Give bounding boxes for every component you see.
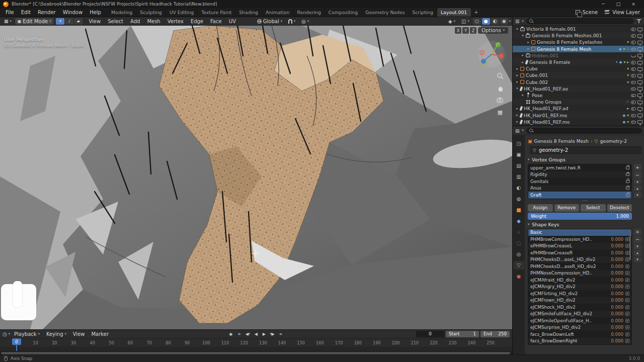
visibility-eye-icon[interactable] xyxy=(630,26,636,32)
workspace-tab-sculpting[interactable]: Sculpting xyxy=(136,8,166,17)
shape-key-row[interactable]: PHMNoseCompression_HD..0.000✓ xyxy=(528,270,631,277)
outliner-row[interactable]: ▸HK_Head01_REF.ad▸ xyxy=(513,105,644,112)
shape-key-checkbox[interactable]: ✓ xyxy=(625,339,629,343)
play-reverse-button[interactable]: ◀ xyxy=(252,331,260,337)
outliner-row[interactable]: ▸Genesis 8 Female•◆▾▸ xyxy=(513,59,644,65)
disclosure-closed-icon[interactable]: ▸ xyxy=(515,113,520,117)
visibility-eye-icon[interactable] xyxy=(630,59,636,65)
viewport-menu-vertex[interactable]: Vertex xyxy=(164,18,187,25)
timeline-scrollbar-thumb[interactable] xyxy=(1,352,510,354)
properties-tab-modifiers[interactable]: ◆ xyxy=(514,217,524,225)
outliner-row[interactable]: ▸Cube.002▾ xyxy=(513,79,644,85)
timeline-track[interactable] xyxy=(0,347,512,351)
shape-key-value[interactable]: 0.000 xyxy=(605,338,623,343)
disclosure-closed-icon[interactable]: ▸ xyxy=(520,93,525,97)
outliner-row[interactable]: ▸Genesis 8 Female Mesh◆▾∷ xyxy=(513,46,644,52)
shape-key-row[interactable]: facs_BrowDownRight0.000✓ xyxy=(528,338,631,345)
remove-shape-key-button[interactable]: − xyxy=(634,236,641,243)
shape-key-row[interactable]: PHMBrowCompression_HD..0.000✓ xyxy=(528,236,631,243)
shape-key-checkbox[interactable]: ✓ xyxy=(625,237,629,241)
shape-key-value[interactable]: 0.000 xyxy=(605,250,623,255)
play-button[interactable]: ▶ xyxy=(260,331,268,337)
shape-key-row[interactable]: eJCMShock_HD_div20.000✓ xyxy=(528,304,631,311)
shape-key-checkbox[interactable]: ✓ xyxy=(625,285,629,289)
keying-popover[interactable]: Keying ▾ xyxy=(44,331,69,337)
properties-search-input[interactable] xyxy=(535,128,639,133)
shape-key-checkbox[interactable]: ✓ xyxy=(625,278,629,282)
blender-logo-icon[interactable] xyxy=(3,2,9,7)
properties-tab-physics[interactable]: ◌ xyxy=(514,239,524,247)
outliner-row[interactable]: ▾HK_Head01_REF.ao xyxy=(513,85,644,92)
viewport-menu-face[interactable]: Face xyxy=(207,18,225,25)
vertex-group-row[interactable]: Anus xyxy=(528,185,631,192)
shape-key-value[interactable]: 0.000 xyxy=(605,278,623,283)
breadcrumb-data[interactable]: geometry-2 xyxy=(600,138,627,144)
options-dropdown[interactable]: Options ▾ xyxy=(478,27,508,34)
vertex-group-row[interactable]: Genitals xyxy=(528,178,631,185)
shape-key-value[interactable]: 0.000 xyxy=(605,237,623,242)
viewport-canvas[interactable] xyxy=(0,26,512,329)
visibility-eye-icon[interactable] xyxy=(630,119,636,125)
zoom-tool-icon[interactable] xyxy=(496,72,504,80)
outliner-row[interactable]: ▾Genesis 8 Female Meshes.001 xyxy=(513,32,644,39)
toggle-ortho-grid-icon[interactable]: ▦ xyxy=(496,108,504,116)
shading-solid-button[interactable]: ● xyxy=(482,18,490,25)
navigation-gizmo[interactable] xyxy=(477,40,506,69)
properties-tab-material[interactable]: ◉ xyxy=(514,272,524,281)
shape-key-value[interactable]: 0.000 xyxy=(605,257,623,262)
overlays-toggle[interactable]: ◫ ▾ xyxy=(459,18,472,25)
shape-key-row[interactable]: eJCMSmileFullFace_HD_div20.000✓ xyxy=(528,311,631,318)
visibility-eye-icon[interactable] xyxy=(630,106,636,111)
add-shape-key-button[interactable]: + xyxy=(634,229,641,235)
gizmo-x-neg-axis[interactable] xyxy=(480,50,485,55)
vertex-group-row[interactable]: upper_arm.twist.twk.R xyxy=(528,164,631,171)
properties-tab-output[interactable]: ▤ xyxy=(514,161,524,170)
disclosure-closed-icon[interactable]: ▸ xyxy=(520,60,525,64)
timeline-editor-icon[interactable]: ◷ xyxy=(3,331,7,337)
shading-rendered-button[interactable]: ◉ xyxy=(500,18,508,25)
scene-selector[interactable]: Scene xyxy=(576,10,598,15)
move-group-down-button[interactable]: ▾ xyxy=(634,192,641,198)
filter-funnel-icon[interactable] xyxy=(636,19,641,24)
shading-material-button[interactable]: ◐ xyxy=(491,18,499,25)
workspace-tab-compositing[interactable]: Compositing xyxy=(325,8,362,17)
shape-key-row[interactable]: PHMCheeksD...aseL_HD_div20.000✓ xyxy=(528,256,631,263)
camera-view-icon[interactable] xyxy=(496,96,504,104)
viewport-menu-select[interactable]: Select xyxy=(104,18,127,25)
shape-key-row[interactable]: PHMCheeksD...aseR_HD_div20.000✓ xyxy=(528,263,631,270)
visibility-eye-icon[interactable] xyxy=(630,66,636,71)
list-resize-grip[interactable] xyxy=(528,199,641,202)
workspace-tab-rendering[interactable]: Rendering xyxy=(293,8,325,17)
move-key-up-button[interactable]: ▴ xyxy=(634,250,641,256)
shape-key-row[interactable]: eJCMFlirting_HD_div20.000✓ xyxy=(528,290,631,297)
visibility-eye-icon[interactable] xyxy=(630,99,636,105)
shape-key-value[interactable]: 0.000 xyxy=(605,284,623,289)
shape-key-row[interactable]: Basic xyxy=(528,229,631,236)
viewport-menu-add[interactable]: Add xyxy=(127,18,143,25)
viewport-menu-uv[interactable]: UV xyxy=(225,18,239,25)
shape-key-value[interactable]: 0.000 xyxy=(605,318,623,323)
properties-tab-world[interactable]: ◍ xyxy=(514,195,524,203)
jump-to-start-button[interactable]: ⇤ xyxy=(236,331,244,337)
properties-tab-tool[interactable]: ◳ xyxy=(514,139,524,148)
face-select-button[interactable]: ▰ xyxy=(74,18,83,25)
outliner-row[interactable]: ▾Victoria 8 female.001 xyxy=(513,26,644,32)
visibility-eye-icon[interactable] xyxy=(630,79,636,85)
viewport-menu-mesh[interactable]: Mesh xyxy=(143,18,164,25)
workspace-tab-modeling[interactable]: Modeling xyxy=(108,8,136,17)
vertex-group-specials-button[interactable]: ▾ xyxy=(634,179,641,185)
render-visibility-icon[interactable] xyxy=(637,120,642,124)
start-frame-field[interactable]: Start 1 xyxy=(446,331,479,337)
shape-key-row[interactable]: ePHMBrowCreaseL0.000✓ xyxy=(528,243,631,250)
visibility-eye-icon[interactable] xyxy=(630,113,636,118)
previous-keyframe-button[interactable]: ◀• xyxy=(244,331,252,337)
select-button[interactable]: Select xyxy=(581,204,606,212)
render-visibility-icon[interactable] xyxy=(637,54,642,57)
breadcrumb-object[interactable]: Genesis 8 Female Mesh xyxy=(534,138,589,144)
outliner-editor-icon[interactable]: ▥ xyxy=(515,19,520,24)
render-visibility-icon[interactable] xyxy=(637,101,642,104)
workspace-tab-uv-editing[interactable]: UV Editing xyxy=(166,8,198,17)
outliner-row[interactable]: ▸Hidden.001 xyxy=(513,52,644,59)
outliner-row[interactable]: ▸Genesis 8 Female Eyelashes▾ xyxy=(513,39,644,45)
disclosure-closed-icon[interactable]: ▸ xyxy=(515,73,520,77)
